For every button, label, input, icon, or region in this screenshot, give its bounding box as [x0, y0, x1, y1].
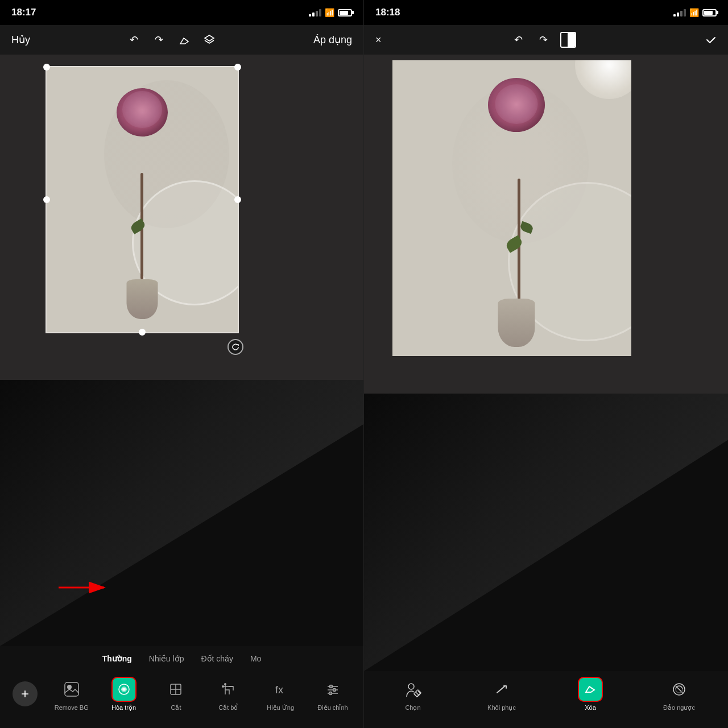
- svg-point-21: [408, 684, 414, 689]
- canvas-right: [364, 55, 728, 671]
- tool-remove-bg[interactable]: Remove BG: [53, 677, 90, 711]
- tool-hoa-tron[interactable]: Hòa trộn: [106, 677, 142, 712]
- dieu-chinh-icon: [320, 677, 345, 702]
- tool-dieu-chinh[interactable]: Điều chỉnh: [315, 677, 351, 712]
- chon-label: Chọn: [405, 704, 420, 712]
- signal-icon: [309, 9, 321, 16]
- svg-point-11: [224, 683, 226, 685]
- close-button[interactable]: ×: [373, 32, 384, 48]
- xoa-label: Xóa: [585, 704, 596, 711]
- time-right: 18:18: [375, 7, 400, 18]
- eraser-icon[interactable]: [176, 32, 192, 48]
- svg-marker-0: [0, 424, 363, 646]
- svg-point-7: [123, 688, 125, 690]
- time-left: 18:17: [11, 7, 36, 18]
- wifi-icon-right: 📶: [689, 8, 699, 17]
- remove-bg-icon: [59, 677, 84, 702]
- toolbar-left: Hủy ↶ ↷ Áp dụng: [0, 25, 363, 55]
- wifi-icon: 📶: [325, 8, 334, 17]
- status-bar-left: 18:17 📶: [0, 0, 363, 25]
- dao-nguoc-icon: [667, 677, 692, 702]
- chon-icon: [400, 677, 425, 702]
- cat-label: Cắt: [171, 704, 181, 712]
- bottom-bar-left: + Remove BG Hòa: [0, 671, 363, 728]
- cat-bo-label: Cắt bổ: [218, 704, 238, 712]
- handle-right-center[interactable]: [234, 196, 241, 203]
- battery-icon-right: [702, 9, 717, 16]
- confirm-button[interactable]: [703, 32, 719, 48]
- left-panel: 18:17 📶 Hủy ↶ ↷: [0, 0, 364, 728]
- handle-bottom-center[interactable]: [139, 329, 146, 336]
- blend-thuong[interactable]: Thường: [102, 654, 132, 663]
- signal-icon-right: [673, 9, 686, 16]
- tool-dao-nguoc[interactable]: Đảo ngược: [656, 677, 702, 712]
- status-icons-left: 📶: [309, 8, 352, 17]
- tool-cat-bo[interactable]: Cắt bổ: [210, 677, 246, 712]
- tool-chon[interactable]: Chọn: [390, 677, 436, 712]
- svg-point-4: [67, 685, 72, 689]
- bottom-bar-right: Chọn Khôi phục Xóa: [364, 671, 728, 728]
- status-icons-right: 📶: [673, 8, 717, 17]
- undo-icon[interactable]: ↶: [126, 32, 142, 48]
- khoi-phuc-label: Khôi phục: [487, 704, 516, 712]
- tool-hieu-ung[interactable]: fx Hiệu Ứng: [262, 677, 299, 712]
- tool-cat[interactable]: Cắt: [158, 677, 194, 712]
- undo-icon-right[interactable]: ↶: [510, 32, 526, 48]
- redo-icon[interactable]: ↷: [151, 32, 167, 48]
- red-arrow: [56, 578, 113, 598]
- svg-point-15: [329, 685, 332, 688]
- status-bar-right: 18:18 📶: [364, 0, 728, 25]
- svg-point-19: [329, 692, 332, 694]
- tool-khoi-phuc[interactable]: Khôi phục: [479, 677, 524, 712]
- compare-icon[interactable]: [560, 32, 576, 48]
- svg-point-17: [333, 688, 336, 691]
- tool-xoa[interactable]: Xóa: [568, 677, 613, 711]
- handle-left-center[interactable]: [43, 196, 50, 203]
- rotate-handle[interactable]: [228, 339, 243, 355]
- svg-point-12: [222, 685, 224, 688]
- dieu-chinh-label: Điều chỉnh: [317, 704, 348, 712]
- apply-button[interactable]: Áp dụng: [311, 31, 354, 48]
- layers-icon[interactable]: [201, 32, 217, 48]
- canvas-left: [0, 55, 363, 646]
- xoa-icon: [578, 677, 603, 702]
- battery-icon: [338, 9, 352, 16]
- right-panel: 18:18 📶 × ↶ ↷: [364, 0, 728, 728]
- diagonal-svg-left: [0, 350, 363, 646]
- remove-bg-label: Remove BG: [55, 704, 89, 711]
- hoa-tron-icon: [111, 677, 136, 702]
- diagonal-svg-right: [364, 363, 728, 671]
- blend-bar: Thường Nhiều lớp Đốt cháy Mo: [0, 646, 363, 671]
- blend-mo[interactable]: Mo: [250, 654, 261, 663]
- cat-icon: [163, 677, 188, 702]
- photo-frame-right: [392, 60, 631, 356]
- handle-top-right[interactable]: [234, 64, 241, 71]
- blend-dot-chay[interactable]: Đốt cháy: [201, 654, 233, 663]
- svg-marker-20: [364, 440, 728, 672]
- dao-nguoc-label: Đảo ngược: [663, 704, 695, 712]
- svg-rect-3: [65, 682, 78, 696]
- handle-top-left[interactable]: [43, 64, 50, 71]
- hieu-ung-icon: fx: [268, 677, 293, 702]
- blend-nhieu-lop[interactable]: Nhiều lớp: [149, 654, 184, 663]
- toolbar-right: × ↶ ↷: [364, 25, 728, 55]
- hieu-ung-label: Hiệu Ứng: [267, 704, 294, 712]
- photo-frame-left[interactable]: [46, 66, 239, 333]
- cat-bo-icon: [216, 677, 241, 702]
- hoa-tron-label: Hòa trộn: [111, 704, 136, 712]
- cancel-button[interactable]: Hủy: [9, 31, 32, 48]
- svg-text:fx: fx: [275, 684, 283, 696]
- add-button[interactable]: +: [13, 681, 38, 706]
- khoi-phuc-icon: [489, 677, 514, 702]
- redo-icon-right[interactable]: ↷: [535, 32, 551, 48]
